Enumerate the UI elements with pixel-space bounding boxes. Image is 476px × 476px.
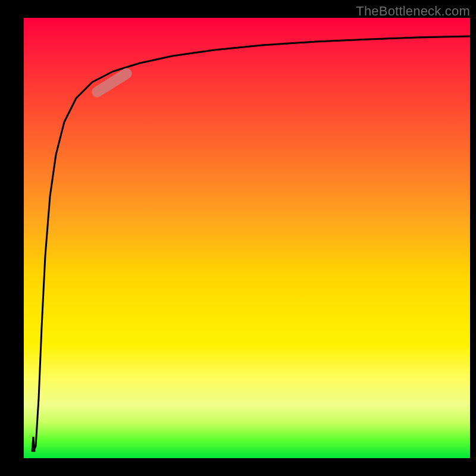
- curve-start-spike: [32, 437, 35, 451]
- bottleneck-curve: [33, 36, 470, 451]
- chart-stage: TheBottleneck.com: [0, 0, 476, 476]
- attribution-text: TheBottleneck.com: [356, 4, 470, 19]
- curve-layer: [24, 18, 470, 458]
